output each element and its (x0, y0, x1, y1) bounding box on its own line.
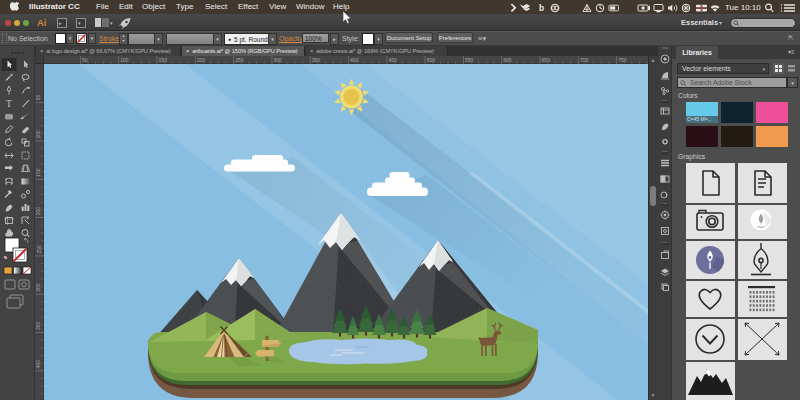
svg-text:250: 250 (235, 57, 244, 63)
svg-text:50: 50 (82, 57, 88, 63)
svg-text:750: 750 (618, 57, 627, 63)
svg-text:450: 450 (388, 57, 397, 63)
svg-text:550: 550 (465, 57, 474, 63)
svg-text:600: 600 (503, 57, 512, 63)
svg-text:300: 300 (274, 57, 283, 63)
svg-text:400: 400 (350, 57, 359, 63)
svg-text:350: 350 (36, 322, 42, 331)
svg-text:300: 300 (36, 283, 42, 292)
svg-text:150: 150 (36, 168, 42, 177)
svg-text:T: T (6, 99, 12, 109)
svg-text:50: 50 (36, 95, 42, 101)
svg-text:350: 350 (312, 57, 321, 63)
svg-text:200: 200 (197, 57, 206, 63)
svg-text:100: 100 (120, 57, 129, 63)
svg-text:650: 650 (542, 57, 551, 63)
svg-text:150: 150 (159, 57, 168, 63)
svg-text:200: 200 (36, 207, 42, 216)
svg-text:250: 250 (36, 245, 42, 254)
svg-text:400: 400 (36, 360, 42, 369)
svg-text:100: 100 (36, 130, 42, 139)
svg-text:500: 500 (427, 57, 436, 63)
svg-text:b: b (539, 3, 544, 13)
svg-text:700: 700 (580, 57, 589, 63)
